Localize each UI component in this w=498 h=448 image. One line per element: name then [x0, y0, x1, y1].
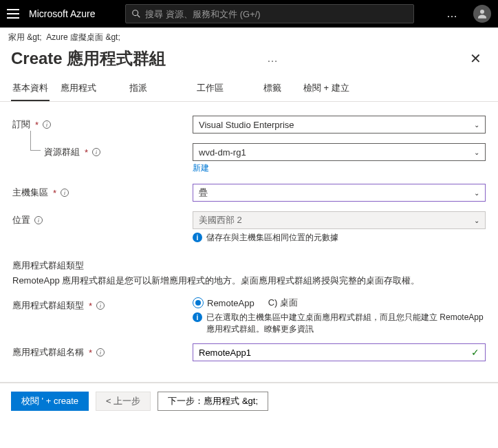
info-icon[interactable]: i: [61, 189, 69, 197]
tab-apps[interactable]: 應用程式: [59, 76, 98, 101]
radio-remoteapp[interactable]: RemoteApp: [193, 297, 255, 308]
menu-icon[interactable]: [7, 9, 19, 19]
info-badge-icon: i: [193, 233, 202, 242]
info-badge-icon: i: [193, 312, 202, 322]
type-label: 應用程式群組類型: [12, 299, 84, 312]
close-icon[interactable]: ✕: [464, 47, 487, 70]
radio-icon: [193, 297, 204, 308]
info-icon[interactable]: i: [92, 148, 100, 156]
required-star: *: [89, 348, 92, 358]
chevron-down-icon: ⌄: [474, 149, 479, 156]
required-star: *: [89, 301, 92, 311]
subscription-label: 訂閱: [12, 118, 30, 131]
info-icon[interactable]: i: [34, 216, 43, 224]
next-button[interactable]: 下一步：應用程式 &gt;: [158, 392, 268, 411]
info-icon[interactable]: i: [96, 301, 105, 310]
brand: Microsoft Azure: [29, 8, 95, 19]
tab-assign[interactable]: 指派: [128, 76, 149, 101]
check-icon: ✓: [471, 347, 479, 358]
type-info-text: 已在選取的主機集區中建立桌面應用程式群組，而且您只能建立 RemoteApp 應…: [206, 312, 486, 335]
host-pool-dropdown[interactable]: 疊 ⌄: [193, 184, 486, 202]
svg-point-2: [480, 10, 484, 14]
name-label: 應用程式群組名稱: [12, 346, 84, 359]
info-icon[interactable]: i: [96, 348, 105, 356]
location-info-text: 儲存在與主機集區相同位置的元數據: [206, 232, 338, 244]
location-dropdown: 美國西部 2 ⌄: [193, 211, 486, 229]
avatar[interactable]: [473, 5, 491, 23]
required-star: *: [35, 120, 39, 130]
breadcrumb-item[interactable]: Azure 虛擬桌面 &gt;: [46, 32, 120, 42]
tabs: 基本資料 應用程式 指派 工作區 標籤 檢閱 + 建立: [0, 76, 498, 102]
search-icon: [131, 9, 141, 19]
resource-group-dropdown[interactable]: wvd-dm-rg1 ⌄: [193, 143, 486, 161]
name-field[interactable]: ✓: [193, 343, 486, 361]
resource-group-label: 資源群組: [44, 146, 80, 158]
tab-workspace[interactable]: 工作區: [195, 76, 225, 101]
tab-review[interactable]: 檢閱 + 建立: [302, 76, 351, 101]
breadcrumb: 家用 &gt; Azure 虛擬桌面 &gt;: [0, 28, 498, 45]
tab-tags[interactable]: 標籤: [262, 76, 283, 101]
svg-point-0: [133, 10, 138, 16]
chevron-down-icon: ⌄: [474, 121, 479, 129]
more-icon[interactable]: …: [441, 8, 464, 20]
required-star: *: [85, 147, 88, 158]
search-input[interactable]: [145, 9, 408, 19]
previous-button[interactable]: < 上一步: [96, 392, 151, 411]
chevron-down-icon: ⌄: [474, 189, 479, 197]
create-new-link[interactable]: 新建: [193, 162, 486, 174]
svg-line-1: [138, 15, 140, 18]
required-star: *: [53, 188, 56, 198]
radio-desktop[interactable]: C) 桌面: [268, 297, 298, 309]
chevron-down-icon: ⌄: [474, 217, 479, 224]
breadcrumb-item[interactable]: 家用 &gt;: [8, 32, 42, 42]
subscription-dropdown[interactable]: Visual Studio Enterprise ⌄: [193, 116, 486, 134]
page-title: Create 應用程式群組: [11, 47, 267, 70]
info-icon[interactable]: i: [43, 120, 51, 129]
section-title: 應用程式群組類型: [12, 259, 486, 273]
tab-basics[interactable]: 基本資料: [11, 76, 50, 101]
search-box[interactable]: [125, 4, 414, 23]
review-create-button[interactable]: 校閱 ' + create: [11, 392, 89, 411]
name-input[interactable]: [199, 348, 471, 358]
section-desc: RemoteApp 應用程式群組是您可以新增應用程式的地方。桌面應用程式群組將授…: [12, 275, 420, 286]
host-pool-label: 主機集區: [12, 186, 48, 199]
ellipsis-icon[interactable]: …: [267, 52, 279, 65]
location-label: 位置: [12, 214, 30, 226]
